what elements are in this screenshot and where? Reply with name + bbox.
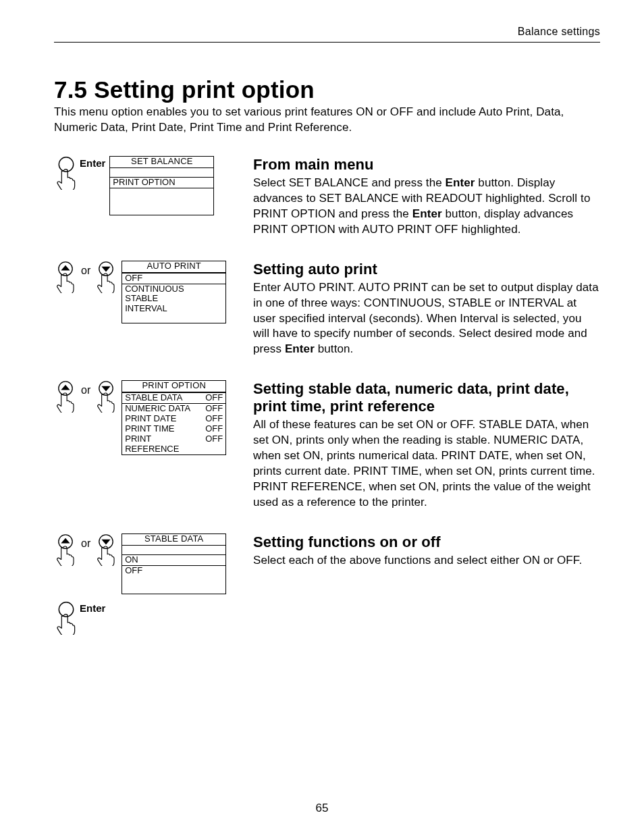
lcd-line bbox=[110, 197, 213, 206]
lcd-line: STABLE bbox=[122, 294, 225, 304]
lcd-line bbox=[110, 168, 213, 177]
header-rule bbox=[54, 42, 600, 43]
section-stable-data: or PRINT OPTIONSTABLE DATAOFFNUMERIC DAT… bbox=[54, 380, 600, 511]
page-title: 7.5 Setting print option bbox=[54, 76, 600, 103]
arrow-down-icon bbox=[95, 261, 117, 293]
arrow-down-icon bbox=[95, 533, 117, 566]
section-body: Enter AUTO PRINT. AUTO PRINT can be set … bbox=[253, 280, 600, 358]
lcd-line: PRINT DATEOFF bbox=[122, 414, 225, 424]
page-number: 65 bbox=[0, 802, 644, 815]
running-head: Balance settings bbox=[54, 26, 600, 38]
section-from-main-menu: Enter SET BALANCEPRINT OPTION From main … bbox=[54, 156, 600, 238]
lcd-line bbox=[122, 314, 225, 323]
section-auto-print: or AUTO PRINTOFFCONTINUOUSSTABLEINTERVAL… bbox=[54, 261, 600, 358]
section-heading: Setting functions on or off bbox=[253, 533, 600, 551]
or-label: or bbox=[81, 384, 90, 396]
lcd-line: CONTINUOUS bbox=[122, 284, 225, 294]
arrow-up-icon bbox=[54, 380, 77, 413]
section-body: All of these features can be set ON or O… bbox=[253, 417, 600, 511]
press-enter-icon bbox=[54, 156, 78, 190]
section-heading: Setting stable data, numeric data, print… bbox=[253, 380, 600, 415]
lcd-display: PRINT OPTIONSTABLE DATAOFFNUMERIC DATAOF… bbox=[122, 380, 226, 455]
section-heading: Setting auto print bbox=[253, 261, 600, 278]
enter-label: Enter bbox=[80, 157, 105, 169]
lcd-line bbox=[122, 576, 225, 585]
lcd-line: OFF bbox=[122, 273, 225, 284]
enter-label: Enter bbox=[80, 602, 105, 614]
lcd-line: ON bbox=[122, 554, 225, 566]
lcd-line bbox=[110, 188, 213, 197]
lcd-line: OFF bbox=[122, 566, 225, 576]
lcd-line: PRINT TIMEOFF bbox=[122, 424, 225, 434]
lcd-heading: PRINT OPTION bbox=[122, 381, 225, 392]
lcd-display: AUTO PRINTOFFCONTINUOUSSTABLEINTERVAL bbox=[122, 261, 226, 324]
lcd-line: STABLE DATAOFF bbox=[122, 392, 225, 404]
section-heading: From main menu bbox=[253, 156, 600, 174]
arrow-up-icon bbox=[54, 533, 77, 566]
lcd-display: SET BALANCEPRINT OPTION bbox=[109, 156, 214, 215]
lcd-heading: SET BALANCE bbox=[110, 157, 213, 168]
lcd-line bbox=[122, 546, 225, 554]
arrow-down-icon bbox=[95, 380, 117, 413]
or-label: or bbox=[81, 538, 90, 550]
or-label: or bbox=[81, 265, 90, 277]
lcd-line bbox=[122, 585, 225, 594]
arrow-up-icon bbox=[54, 261, 77, 293]
intro-paragraph: This menu option enables you to set vari… bbox=[54, 105, 600, 136]
lcd-heading: STABLE DATA bbox=[122, 534, 225, 546]
section-body: Select SET BALANCE and press the Enter b… bbox=[253, 176, 600, 238]
lcd-line: PRINT OPTION bbox=[110, 177, 213, 188]
section-body: Select each of the above functions and s… bbox=[253, 553, 600, 569]
press-enter-icon bbox=[54, 601, 78, 635]
lcd-heading: AUTO PRINT bbox=[122, 261, 225, 273]
lcd-display: STABLE DATAONOFF bbox=[122, 533, 226, 594]
lcd-line bbox=[110, 206, 213, 215]
lcd-line: PRINT REFERENCEOFF bbox=[122, 434, 225, 454]
lcd-line: INTERVAL bbox=[122, 304, 225, 314]
section-on-off: or STABLE DATAONOFF Enter Setting functi… bbox=[54, 533, 600, 635]
lcd-line: NUMERIC DATAOFF bbox=[122, 404, 225, 414]
